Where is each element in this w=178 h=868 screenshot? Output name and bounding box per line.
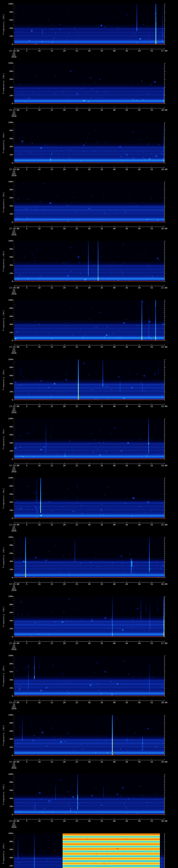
y-tick-label: 400 — [5, 27, 13, 29]
right-axis-tick — [165, 484, 165, 484]
y-minor-tick — [13, 843, 14, 844]
y-tick — [13, 249, 14, 249]
x-tick-label: 50 — [138, 583, 141, 585]
y-axis-label: Frequency (Hz) — [2, 310, 5, 331]
right-axis-tick — [165, 394, 165, 394]
x-tick-label: 45 — [125, 820, 128, 822]
y-tick-label: 200 — [5, 95, 13, 97]
x-axis-tick — [14, 581, 14, 582]
y-tick-label: 200 — [5, 391, 13, 393]
right-axis-tick — [165, 627, 165, 627]
spectrogram-canvas — [14, 360, 164, 400]
x-axis-line — [14, 345, 165, 345]
x-axis-tick — [14, 285, 14, 286]
end-time-label: 20:00 — [161, 227, 168, 230]
x-axis-tick — [14, 48, 14, 49]
right-axis-tick — [165, 576, 165, 576]
right-axis-tick — [165, 506, 165, 506]
right-axis-tick — [165, 551, 165, 552]
x-axis-tick — [164, 522, 165, 523]
x-tick-label: 50 — [138, 168, 141, 170]
right-axis-tick — [165, 613, 166, 613]
x-tick-label: 10 — [38, 168, 40, 170]
right-axis-tick — [165, 30, 165, 31]
x-axis-tick — [152, 818, 152, 819]
right-axis-tick — [165, 782, 166, 782]
x-axis-tick — [27, 226, 27, 227]
right-axis-tick — [165, 308, 166, 309]
y-tick — [13, 400, 14, 400]
right-axis-tick — [165, 615, 165, 615]
right-axis-tick — [165, 569, 166, 570]
right-axis-tick — [165, 190, 166, 190]
y-tick — [13, 664, 14, 664]
y-minor-tick — [13, 557, 14, 558]
spectrogram-panel: Frequency (Hz) 0200400600800100051015202… — [0, 296, 178, 355]
y-minor-tick — [13, 243, 14, 243]
x-axis-tick — [164, 107, 165, 108]
right-axis-tick — [165, 159, 165, 159]
right-axis-tick — [165, 518, 166, 519]
x-tick-label: 5 — [26, 465, 27, 467]
x-tick-label: 15 — [51, 227, 53, 230]
x-tick-label: 50 — [138, 820, 141, 822]
right-axis-tick — [165, 539, 165, 539]
y-minor-tick — [13, 366, 14, 366]
date-line: 2016 — [11, 293, 17, 295]
x-axis-line — [14, 701, 165, 701]
x-axis-tick — [152, 759, 152, 760]
y-tick-label: 0 — [5, 517, 13, 519]
right-axis-tick — [165, 617, 165, 617]
end-time-label: 21:00 — [161, 287, 168, 289]
x-tick-label: 55 — [151, 346, 153, 348]
right-axis-tick — [165, 210, 165, 210]
right-axis-tick — [165, 241, 166, 241]
x-tick-label: 20 — [63, 642, 65, 644]
x-tick-label: 55 — [151, 50, 153, 52]
right-axis-tick — [165, 186, 165, 186]
x-axis-tick — [89, 700, 90, 701]
spectrogram-canvas — [14, 833, 164, 868]
y-minor-tick — [13, 862, 14, 862]
right-axis-tick — [165, 490, 165, 490]
end-time-label: 17:00 — [161, 50, 168, 52]
y-tick — [13, 384, 14, 384]
right-axis-tick — [165, 314, 165, 315]
y-tick — [13, 755, 14, 756]
x-axis-tick — [89, 107, 90, 108]
start-time-label: 17:16:00 — [9, 50, 19, 52]
x-axis-tick — [139, 344, 140, 345]
x-tick-label: 45 — [125, 702, 128, 704]
y-minor-tick — [13, 617, 14, 617]
right-axis-tick — [165, 512, 165, 513]
y-tick-label: 600 — [5, 138, 13, 140]
end-time-label: 23:00 — [161, 405, 168, 407]
x-tick-label: 30 — [88, 50, 90, 52]
x-axis-tick — [27, 107, 27, 108]
x-axis-tick — [89, 581, 90, 582]
start-time-label: 17:18:00 — [9, 168, 19, 170]
right-axis-tick — [165, 600, 165, 601]
right-axis-tick — [165, 688, 166, 688]
x-tick-label: 50 — [138, 227, 141, 230]
x-tick-label: 10 — [38, 820, 40, 822]
y-minor-tick — [13, 512, 14, 513]
y-minor-tick — [13, 186, 14, 186]
y-tick — [13, 680, 14, 680]
x-tick-label: 15 — [51, 465, 53, 467]
x-tick-label: 45 — [125, 346, 128, 348]
right-axis-tick — [165, 79, 166, 80]
y-tick-label: 600 — [5, 434, 13, 436]
y-minor-tick — [13, 574, 14, 574]
x-tick-label: 45 — [125, 227, 128, 230]
date-line: 2016 — [11, 767, 17, 769]
right-axis-tick — [165, 216, 165, 216]
y-minor-tick — [13, 253, 14, 253]
right-axis-tick — [165, 555, 165, 556]
x-tick-label: 10 — [38, 761, 40, 763]
x-axis-tick — [14, 463, 14, 464]
x-axis-tick — [139, 581, 140, 582]
x-tick-label: 35 — [100, 168, 103, 170]
x-tick-label: 25 — [76, 346, 78, 348]
right-axis-tick — [165, 182, 166, 182]
